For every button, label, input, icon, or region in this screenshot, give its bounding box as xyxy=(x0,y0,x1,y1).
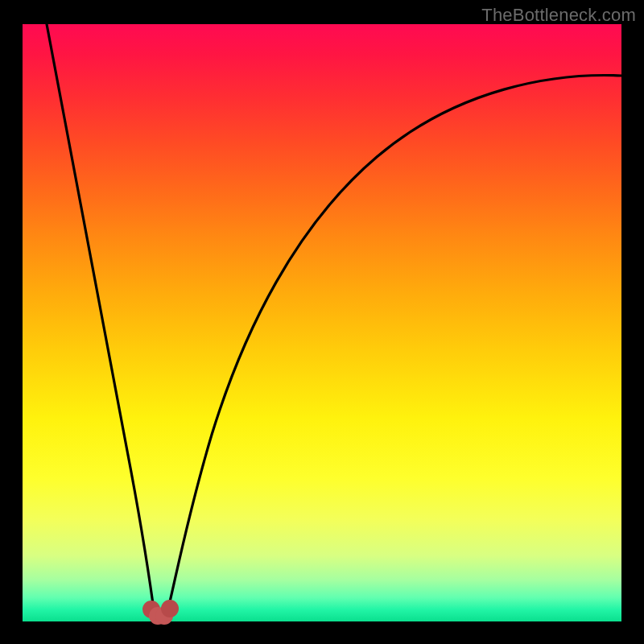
chart-frame: TheBottleneck.com xyxy=(0,0,644,644)
curve-left-branch xyxy=(47,24,153,612)
valley-marker xyxy=(161,600,179,617)
bottleneck-curve xyxy=(23,24,621,621)
curve-right-branch xyxy=(167,76,621,612)
valley-markers xyxy=(142,600,179,625)
chart-plot-area xyxy=(23,24,621,621)
watermark-text: TheBottleneck.com xyxy=(481,5,636,26)
